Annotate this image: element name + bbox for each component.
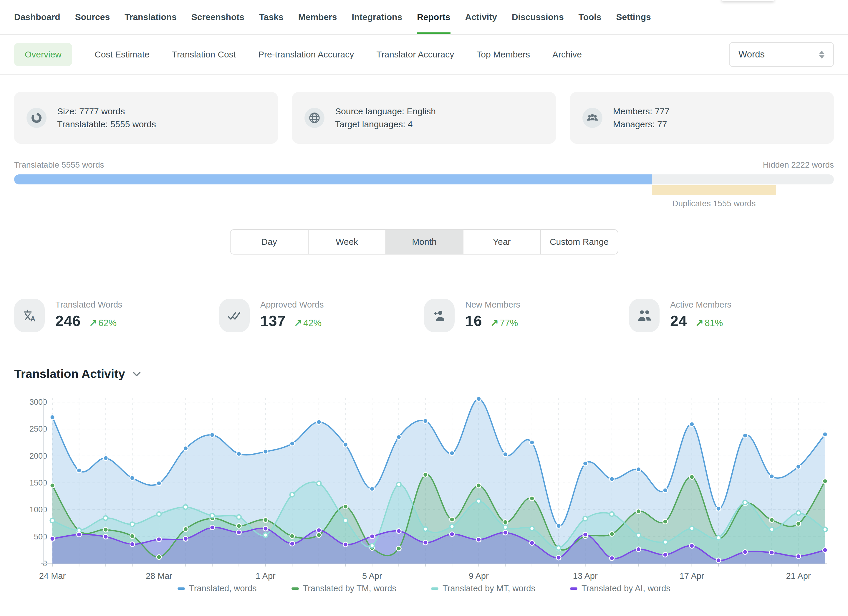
data-point[interactable] — [663, 540, 667, 544]
data-point[interactable] — [317, 533, 321, 537]
data-point[interactable] — [556, 555, 561, 560]
period-tab-custom-range[interactable]: Custom Range — [540, 230, 618, 254]
data-point[interactable] — [263, 449, 268, 454]
data-point[interactable] — [77, 532, 82, 537]
nav-item-screenshots[interactable]: Screenshots — [191, 0, 245, 34]
data-point[interactable] — [343, 542, 348, 547]
data-point[interactable] — [610, 512, 614, 516]
data-point[interactable] — [236, 451, 241, 456]
data-point[interactable] — [689, 543, 694, 548]
data-point[interactable] — [450, 517, 454, 522]
subnav-item-cost-estimate[interactable]: Cost Estimate — [95, 49, 150, 59]
data-point[interactable] — [636, 547, 641, 552]
data-point[interactable] — [210, 514, 214, 518]
subnav-item-translator-accuracy[interactable]: Translator Accuracy — [376, 49, 454, 59]
data-point[interactable] — [663, 552, 667, 557]
data-point[interactable] — [770, 527, 774, 532]
data-point[interactable] — [290, 493, 295, 497]
data-point[interactable] — [237, 515, 241, 520]
nav-item-members[interactable]: Members — [298, 0, 337, 34]
unit-select[interactable]: Words — [729, 42, 834, 67]
data-point[interactable] — [823, 527, 827, 532]
data-point[interactable] — [450, 451, 454, 456]
subnav-item-archive[interactable]: Archive — [552, 49, 582, 59]
data-point[interactable] — [343, 442, 348, 447]
data-point[interactable] — [716, 506, 721, 511]
data-point[interactable] — [290, 534, 295, 539]
data-point[interactable] — [130, 522, 135, 527]
data-point[interactable] — [263, 518, 268, 522]
data-point[interactable] — [103, 456, 108, 460]
data-point[interactable] — [130, 542, 135, 546]
period-tab-year[interactable]: Year — [463, 230, 540, 254]
data-point[interactable] — [370, 486, 375, 491]
data-point[interactable] — [77, 468, 82, 473]
data-point[interactable] — [503, 520, 508, 524]
data-point[interactable] — [796, 521, 801, 526]
data-point[interactable] — [556, 524, 561, 528]
data-point[interactable] — [663, 488, 667, 493]
data-point[interactable] — [476, 483, 481, 488]
data-point[interactable] — [130, 534, 135, 539]
data-point[interactable] — [663, 520, 667, 524]
data-point[interactable] — [183, 446, 188, 451]
nav-item-translations[interactable]: Translations — [125, 0, 176, 34]
data-point[interactable] — [530, 527, 534, 531]
data-point[interactable] — [157, 555, 162, 560]
subnav-item-overview[interactable]: Overview — [14, 43, 72, 66]
data-point[interactable] — [183, 536, 188, 541]
data-point[interactable] — [263, 526, 268, 531]
data-point[interactable] — [423, 419, 428, 423]
data-point[interactable] — [609, 476, 614, 481]
legend-item[interactable]: Translated by MT, words — [431, 583, 535, 593]
data-point[interactable] — [423, 540, 428, 545]
data-point[interactable] — [716, 536, 721, 540]
data-point[interactable] — [476, 537, 481, 542]
data-point[interactable] — [130, 476, 135, 481]
subnav-item-top-members[interactable]: Top Members — [476, 49, 530, 59]
data-point[interactable] — [210, 525, 215, 530]
data-point[interactable] — [263, 533, 268, 537]
data-point[interactable] — [743, 550, 747, 554]
data-point[interactable] — [796, 511, 801, 515]
nav-item-tasks[interactable]: Tasks — [259, 0, 283, 34]
nav-item-integrations[interactable]: Integrations — [351, 0, 402, 34]
period-tab-month[interactable]: Month — [385, 230, 463, 254]
data-point[interactable] — [396, 435, 401, 439]
data-point[interactable] — [103, 534, 108, 539]
data-point[interactable] — [556, 546, 561, 550]
data-point[interactable] — [769, 474, 774, 479]
data-point[interactable] — [609, 556, 614, 561]
data-point[interactable] — [423, 472, 428, 477]
data-point[interactable] — [530, 440, 534, 445]
data-point[interactable] — [50, 518, 55, 522]
data-point[interactable] — [609, 532, 614, 536]
data-point[interactable] — [530, 496, 534, 501]
data-point[interactable] — [290, 541, 295, 546]
data-point[interactable] — [743, 500, 747, 505]
nav-item-dashboard[interactable]: Dashboard — [14, 0, 60, 34]
data-point[interactable] — [503, 452, 508, 457]
data-point[interactable] — [50, 536, 55, 541]
data-point[interactable] — [716, 558, 721, 563]
data-point[interactable] — [157, 512, 161, 516]
data-point[interactable] — [450, 532, 454, 536]
data-point[interactable] — [343, 518, 348, 522]
data-point[interactable] — [50, 483, 55, 488]
data-point[interactable] — [636, 467, 641, 472]
data-point[interactable] — [396, 529, 401, 533]
data-point[interactable] — [157, 481, 162, 486]
data-point[interactable] — [317, 420, 321, 425]
data-point[interactable] — [796, 464, 801, 469]
data-point[interactable] — [689, 526, 694, 531]
data-point[interactable] — [370, 543, 374, 548]
data-point[interactable] — [450, 524, 454, 529]
nav-item-reports[interactable]: Reports — [417, 0, 450, 34]
nav-item-activity[interactable]: Activity — [465, 0, 497, 34]
data-point[interactable] — [104, 516, 108, 520]
data-point[interactable] — [476, 499, 481, 503]
nav-item-discussions[interactable]: Discussions — [512, 0, 564, 34]
data-point[interactable] — [796, 554, 801, 558]
data-point[interactable] — [50, 415, 55, 420]
data-point[interactable] — [396, 546, 401, 551]
